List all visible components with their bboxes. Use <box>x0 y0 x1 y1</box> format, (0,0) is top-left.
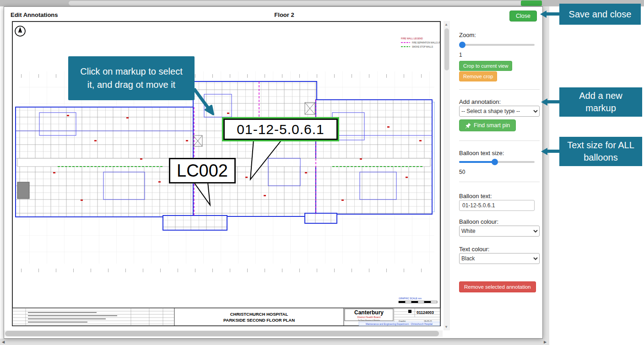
panel-divider <box>459 182 540 182</box>
page-top-scrollbar[interactable] <box>0 0 644 6</box>
plan-legend-item1: FIRE SEPARATION WALLS (FULL HEIGHT) <box>412 42 441 44</box>
callout-add-arrow <box>547 100 560 103</box>
plan-scale-label: GRAPHIC SCALE mm <box>399 297 422 300</box>
org-line2: District Health Board <box>357 316 380 318</box>
plan-title-line2: PARKSIDE SECOND FLOOR PLAN <box>223 318 295 323</box>
balloon-text-size-slider-thumb[interactable] <box>492 159 498 165</box>
canvas-vertical-scrollbar[interactable]: ▲ ▼ <box>444 21 450 330</box>
tooltip-callout: Click on markup to select it, and drag o… <box>68 56 195 100</box>
close-button[interactable]: Close <box>509 11 537 22</box>
north-label: N <box>19 30 21 33</box>
floorplan-canvas[interactable]: N FIRE WALL LEGEND FIRE SEPARATION WALLS… <box>12 21 441 326</box>
zoom-slider[interactable] <box>459 42 535 48</box>
remove-selected-annotation-button[interactable]: Remove selected annotation <box>459 281 536 292</box>
balloon-text-size-value: 50 <box>459 169 465 175</box>
pin-icon <box>465 123 471 129</box>
shape-type-select[interactable]: -- Select a shape type -- <box>459 106 540 117</box>
balloon-colour-label: Balloon colour: <box>459 218 498 225</box>
page-top-scrollbar-thumb[interactable] <box>69 1 541 5</box>
canvas-horizontal-scrollbar[interactable] <box>4 330 443 337</box>
crop-to-view-button[interactable]: Crop to current view <box>459 61 512 71</box>
balloon-colour-select[interactable]: White <box>459 226 540 237</box>
callout-text-size: Text size for ALL balloons <box>559 137 642 166</box>
balloon-text-label: Balloon text: <box>459 193 492 199</box>
balloon-text-size-slider-fill <box>459 161 495 163</box>
balloon-annotation-lc002[interactable]: LC002 <box>169 158 236 183</box>
tooltip-callout-text: Click on markup to select it, and drag o… <box>76 65 187 92</box>
scroll-down-icon[interactable]: ▼ <box>444 325 448 329</box>
zoom-value: 1 <box>459 52 462 58</box>
zoom-label: Zoom: <box>459 32 476 38</box>
org-name: Canterbury <box>354 309 384 316</box>
page-bottom-scrollbar[interactable]: ◀ ▶ <box>0 339 549 345</box>
find-smart-pin-label: Find smart pin <box>474 122 510 129</box>
plan-legend-item2: SMOKE STOP WALLS <box>412 46 433 48</box>
callout-add-markup: Add a new markup <box>559 87 642 117</box>
org-line3: Te Poari Hauora ō Waitaha <box>358 319 380 321</box>
canvas-vertical-scrollbar-thumb[interactable] <box>444 28 449 70</box>
background-button-partial <box>521 0 542 6</box>
callout-size-arrow <box>547 150 560 153</box>
zoom-slider-thumb[interactable] <box>459 42 465 48</box>
callout-save-and-close-text: Save and close <box>569 8 632 21</box>
canvas-horizontal-scrollbar-thumb[interactable] <box>5 331 439 336</box>
panel-divider <box>459 89 540 90</box>
scroll-left-icon[interactable]: ◀ <box>2 340 5 344</box>
plan-title-line1: CHRISTCHURCH HOSPITAL <box>230 312 288 317</box>
balloon-annotation-selected[interactable]: 01-12-5.0.6.1 <box>223 119 338 140</box>
find-smart-pin-button[interactable]: Find smart pin <box>459 119 516 131</box>
page-background: ◀ ▶ Edit Annotations Floor 2 Close <box>0 0 644 345</box>
text-colour-label: Text colour: <box>459 246 489 253</box>
balloon-text-size-slider[interactable] <box>459 159 535 165</box>
drawing-number: 01124003 <box>417 310 434 315</box>
add-annotation-label: Add annotation: <box>459 98 501 105</box>
callout-save-arrow <box>547 12 560 16</box>
zoom-slider-track[interactable] <box>459 44 535 46</box>
plan-legend-title: FIRE WALL LEGEND <box>401 37 423 40</box>
text-colour-select[interactable]: Black <box>459 253 540 264</box>
scroll-right-icon[interactable]: ▶ <box>544 340 547 344</box>
callout-size-arrow-head <box>541 148 547 155</box>
callout-add-markup-text: Add a new markup <box>565 90 637 114</box>
page-right-scrollbar[interactable] <box>543 6 549 339</box>
annotation-panel: Zoom: 1 Crop to current view Remove crop… <box>459 32 540 324</box>
edit-annotations-modal: Edit Annotations Floor 2 Close <box>4 6 543 339</box>
callout-add-arrow-head <box>541 98 547 106</box>
balloon-text-input[interactable] <box>459 200 535 211</box>
scroll-up-icon[interactable]: ▲ <box>444 22 448 27</box>
plan-footer-banner: Maintenance and Engineering Department -… <box>366 323 433 325</box>
remove-crop-button[interactable]: Remove crop <box>459 71 497 81</box>
floor-label: Floor 2 <box>274 11 294 18</box>
balloon-text-size-label: Balloon text size: <box>459 150 504 156</box>
callout-save-and-close: Save and close <box>559 4 641 25</box>
callout-text-size-text: Text size for ALL balloons <box>565 139 637 164</box>
modal-title: Edit Annotations <box>11 11 58 18</box>
panel-divider <box>459 140 540 141</box>
callout-save-arrow-head <box>540 11 547 18</box>
